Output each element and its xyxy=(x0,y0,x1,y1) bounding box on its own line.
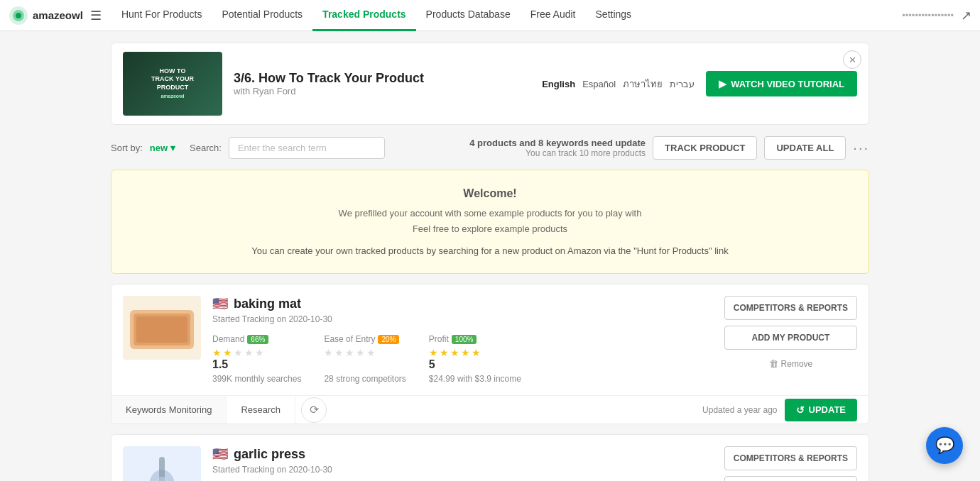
watch-video-button[interactable]: ▶ WATCH VIDEO TUTORIAL xyxy=(706,71,857,96)
search-input[interactable] xyxy=(229,137,385,159)
star-3: ★ xyxy=(234,347,243,358)
tutorial-card: HOW TOTRACK YOURPRODUCT amazeowl 3/6. Ho… xyxy=(111,43,869,125)
update-notice-line2: You can track 10 more products xyxy=(469,148,646,158)
chat-icon: 💬 xyxy=(935,436,954,455)
demand-value: 1.5 xyxy=(212,358,228,371)
demand-label: Demand xyxy=(212,334,244,344)
search-label: Search: xyxy=(190,143,222,153)
profit-metric: Profit 100% ★ ★ ★ ★ ★ 5 $24.99 with $3 xyxy=(429,334,521,384)
welcome-text: We prefilled your account with some exam… xyxy=(129,206,851,237)
trash-icon: 🗑 xyxy=(769,358,778,369)
remove-label: Remove xyxy=(781,359,813,369)
garlic-press-image xyxy=(123,446,201,481)
baking-mat-flag: 🇺🇸 xyxy=(212,296,228,311)
lang-thai[interactable]: ภาษาไทย xyxy=(623,77,663,92)
welcome-link: You can create your own tracked products… xyxy=(129,245,851,256)
demand-sub: 399K monthly searches xyxy=(212,374,301,384)
navbar: amazeowl ☰ Hunt For Products Potential P… xyxy=(0,0,980,31)
profit-value: 5 xyxy=(429,358,435,371)
tab-research[interactable]: Research xyxy=(227,396,295,424)
garlic-press-tracking: Started Tracking on 2020-10-30 xyxy=(212,465,713,475)
baking-mat-actions: COMPETITORS & REPORTS ADD MY PRODUCT 🗑 R… xyxy=(724,296,857,372)
product-tabs: Keywords Monitoring Research xyxy=(111,396,295,424)
toolbar: Sort by: new ▾ Search: 4 products and 8 … xyxy=(111,136,869,160)
tab-keywords-monitoring[interactable]: Keywords Monitoring xyxy=(111,396,227,424)
ease-sub: 28 strong competitors xyxy=(324,374,405,384)
welcome-title: Welcome! xyxy=(129,187,851,200)
user-email: •••••••••••••••• xyxy=(902,10,954,21)
update-notice-line1: 4 products and 8 keywords need update xyxy=(469,138,646,148)
chat-bubble[interactable]: 💬 xyxy=(926,427,963,464)
hamburger-icon[interactable]: ☰ xyxy=(90,8,102,23)
garlic-press-actions: COMPETITORS & REPORTS ADD MY PRODUCT xyxy=(724,446,857,481)
trend-icon[interactable]: ⟳ xyxy=(301,397,327,423)
updated-time: Updated a year ago xyxy=(702,405,777,415)
logout-icon[interactable]: ↗ xyxy=(961,8,971,23)
baking-mat-bottom: Keywords Monitoring Research ⟳ Updated a… xyxy=(111,395,869,424)
play-icon: ▶ xyxy=(719,78,726,89)
more-options-icon[interactable]: ··· xyxy=(853,140,869,156)
chevron-down-icon: ▾ xyxy=(170,143,175,153)
nav-potential[interactable]: Potential Products xyxy=(212,0,312,31)
garlic-press-flag: 🇺🇸 xyxy=(212,446,228,462)
tutorial-step: 3/6. How To Track Your Product xyxy=(234,71,530,86)
baking-mat-image xyxy=(123,296,201,360)
demand-metric: Demand 66% ★ ★ ★ ★ ★ 1.5 399K monthly xyxy=(212,334,301,384)
product-card-garlic-press: 🇺🇸 garlic press Started Tracking on 2020… xyxy=(111,434,869,481)
update-btn-label: UPDATE xyxy=(809,404,846,415)
ease-badge: 20% xyxy=(378,335,399,344)
logo-icon xyxy=(9,6,28,26)
watch-btn-label: WATCH VIDEO TUTORIAL xyxy=(731,79,844,89)
profit-badge: 100% xyxy=(452,335,477,344)
ease-stars: ★ ★ ★ ★ ★ xyxy=(324,347,376,358)
star-2: ★ xyxy=(223,347,232,358)
star-1: ★ xyxy=(212,347,222,358)
garlic-press-name: garlic press xyxy=(234,447,305,462)
lang-english[interactable]: English xyxy=(542,79,575,89)
demand-stars: ★ ★ ★ ★ ★ xyxy=(212,347,264,358)
nav-audit[interactable]: Free Audit xyxy=(521,0,586,31)
garlic-competitors-button[interactable]: COMPETITORS & REPORTS xyxy=(724,446,857,470)
lang-hebrew[interactable]: עברית xyxy=(670,79,695,89)
sort-label: Sort by: xyxy=(111,143,143,153)
baking-mat-name: baking mat xyxy=(234,297,301,311)
update-section: Updated a year ago ↺ UPDATE xyxy=(691,399,869,421)
update-notice: 4 products and 8 keywords need update Yo… xyxy=(469,138,646,158)
garlic-add-button[interactable]: ADD MY PRODUCT xyxy=(724,476,857,481)
profit-stars: ★ ★ ★ ★ ★ xyxy=(429,347,481,358)
nav-tracked[interactable]: Tracked Products xyxy=(312,0,416,31)
tutorial-thumbnail: HOW TOTRACK YOURPRODUCT amazeowl xyxy=(123,52,222,116)
star-4: ★ xyxy=(244,347,254,358)
close-tutorial-button[interactable]: ✕ xyxy=(843,50,861,69)
add-my-product-button[interactable]: ADD MY PRODUCT xyxy=(724,326,857,350)
nav-settings[interactable]: Settings xyxy=(586,0,642,31)
refresh-icon: ↺ xyxy=(796,404,805,416)
baking-mat-tracking: Started Tracking on 2020-10-30 xyxy=(212,314,713,324)
svg-point-2 xyxy=(16,13,21,18)
sort-value: new xyxy=(150,143,168,153)
ease-label: Ease of Entry xyxy=(324,334,375,344)
profit-label: Profit xyxy=(429,334,449,344)
update-button[interactable]: ↺ UPDATE xyxy=(785,399,857,421)
welcome-banner: Welcome! We prefilled your account with … xyxy=(111,170,869,274)
tutorial-languages: English Español ภาษาไทย עברית xyxy=(542,77,695,92)
baking-mat-info: 🇺🇸 baking mat Started Tracking on 2020-1… xyxy=(212,296,713,384)
baking-mat-metrics: Demand 66% ★ ★ ★ ★ ★ 1.5 399K monthly xyxy=(212,334,713,384)
demand-badge: 66% xyxy=(247,335,268,344)
sort-select[interactable]: new ▾ xyxy=(150,143,175,153)
product-card-baking-mat: 🇺🇸 baking mat Started Tracking on 2020-1… xyxy=(111,284,869,424)
update-all-button[interactable]: UPDATE ALL xyxy=(764,136,846,160)
nav-database[interactable]: Products Database xyxy=(416,0,521,31)
tutorial-author: with Ryan Ford xyxy=(234,86,530,96)
nav-hunt[interactable]: Hunt For Products xyxy=(111,0,212,31)
logo: amazeowl xyxy=(9,6,83,26)
track-product-button[interactable]: TRACK PRODUCT xyxy=(653,136,757,160)
lang-espanol[interactable]: Español xyxy=(582,79,616,89)
remove-button[interactable]: 🗑 Remove xyxy=(724,355,857,372)
garlic-press-info: 🇺🇸 garlic press Started Tracking on 2020… xyxy=(212,446,713,475)
ease-metric: Ease of Entry 20% ★ ★ ★ ★ ★ 0 28 stron xyxy=(324,334,405,384)
profit-sub: $24.99 with $3.9 income xyxy=(429,374,521,384)
competitors-reports-button[interactable]: COMPETITORS & REPORTS xyxy=(724,296,857,320)
svg-rect-5 xyxy=(136,316,187,343)
logo-text: amazeowl xyxy=(33,9,83,21)
